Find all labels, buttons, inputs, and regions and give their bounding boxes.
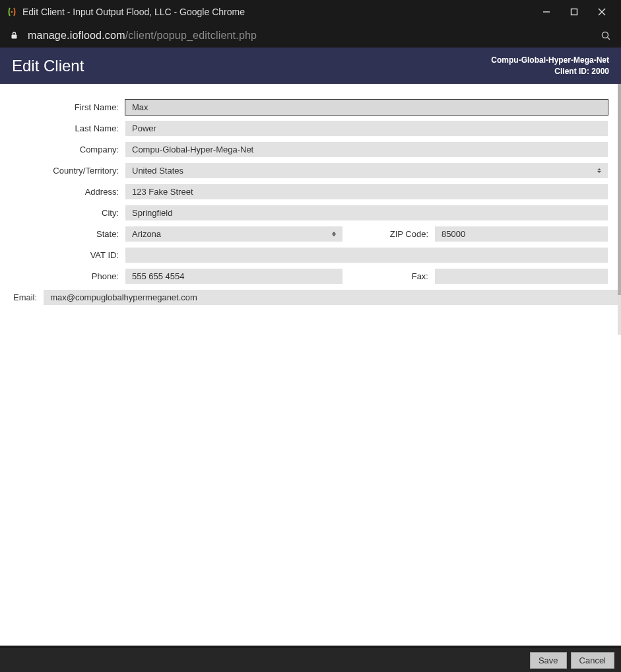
phone-label: Phone: [13,271,125,281]
minimize-button[interactable] [542,7,551,17]
svg-line-7 [608,37,610,40]
page-title: Edit Client [12,57,491,75]
phone-input[interactable] [125,269,343,284]
state-select[interactable]: Arizona [125,226,343,242]
window-title: Edit Client - Input Output Flood, LLC - … [22,7,542,17]
maximize-button[interactable] [570,7,579,17]
country-value: United States [132,166,183,176]
client-id: Client ID: 2000 [491,66,609,77]
url-host: manage.ioflood.com [28,30,125,41]
close-button[interactable] [597,7,606,17]
country-label: Country/Territory: [13,166,125,176]
address-label: Address: [13,187,125,197]
svg-rect-5 [11,35,16,39]
svg-point-0 [11,11,13,13]
last-name-input[interactable] [125,121,608,136]
first-name-label: First Name: [13,102,125,112]
address-input[interactable] [125,184,608,199]
last-name-label: Last Name: [13,123,125,133]
client-meta: Compu-Global-Hyper-Mega-Net Client ID: 2… [491,55,609,76]
scrollbar[interactable] [618,84,621,335]
city-label: City: [13,208,125,218]
app-favicon [7,7,17,17]
fax-label: Fax: [343,271,435,281]
window-titlebar: Edit Client - Input Output Flood, LLC - … [0,0,621,23]
client-name: Compu-Global-Hyper-Mega-Net [491,55,609,65]
state-value: Arizona [132,229,161,239]
svg-rect-2 [572,9,577,15]
vat-label: VAT ID: [13,250,125,260]
page-header: Edit Client Compu-Global-Hyper-Mega-Net … [0,48,621,84]
first-name-input[interactable] [125,100,608,115]
company-label: Company: [13,145,125,154]
cancel-button[interactable]: Cancel [571,652,614,669]
zip-input[interactable] [435,226,608,242]
city-input[interactable] [125,205,608,220]
url-path: /client/popup_editclient.php [125,30,257,41]
vat-input[interactable] [125,248,608,263]
company-input[interactable] [125,142,608,157]
email-input [44,290,621,305]
state-label: State: [13,229,125,239]
email-label: Email: [13,292,44,302]
url-text[interactable]: manage.ioflood.com/client/popup_editclie… [28,30,600,42]
chevron-updown-icon [597,167,603,175]
save-button[interactable]: Save [530,652,567,669]
lock-icon [9,31,18,40]
chevron-updown-icon [332,230,337,238]
scrollbar-thumb[interactable] [618,84,621,295]
edit-client-form: First Name: Last Name: Company: Country/… [0,84,621,305]
svg-point-6 [603,32,608,38]
footer-bar: Save Cancel [0,646,621,672]
country-select[interactable]: United States [125,163,608,178]
search-icon[interactable] [600,30,612,42]
fax-input[interactable] [435,269,608,284]
zip-label: ZIP Code: [343,229,435,239]
address-bar: manage.ioflood.com/client/popup_editclie… [0,23,621,48]
